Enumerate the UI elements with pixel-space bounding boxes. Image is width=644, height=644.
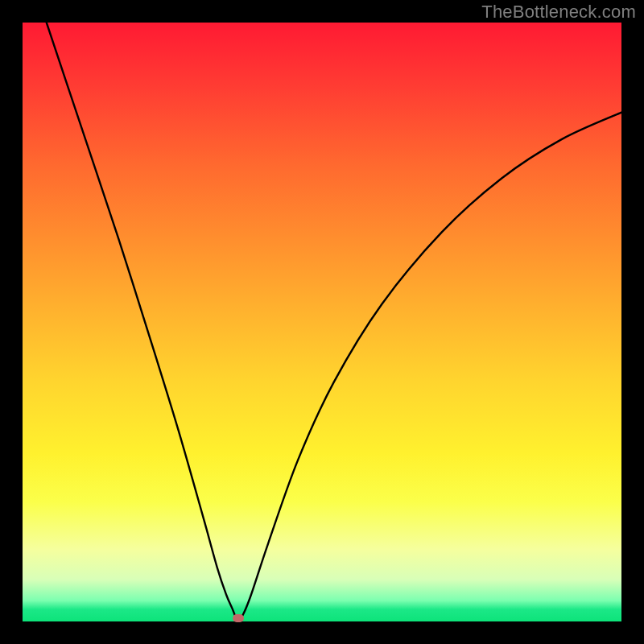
plot-area bbox=[23, 23, 621, 621]
bottleneck-curve bbox=[47, 23, 621, 620]
optimum-marker bbox=[233, 614, 244, 622]
curve-svg bbox=[23, 23, 621, 621]
chart-frame: TheBottleneck.com bbox=[0, 0, 644, 644]
watermark-label: TheBottleneck.com bbox=[481, 2, 636, 23]
